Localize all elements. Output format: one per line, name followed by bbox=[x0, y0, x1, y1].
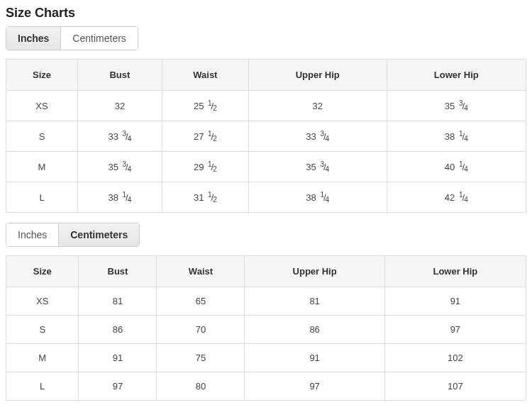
cell-waist: 29 1/2 bbox=[162, 152, 248, 182]
cell-lowerhip: 97 bbox=[384, 316, 526, 344]
cell-waist: 80 bbox=[157, 372, 245, 401]
cell-upperhip: 97 bbox=[245, 372, 384, 401]
cell-upperhip: 91 bbox=[245, 344, 384, 372]
cell-upperhip: 35 3/4 bbox=[248, 152, 387, 182]
cell-upperhip: 86 bbox=[245, 316, 384, 344]
cell-bust: 91 bbox=[79, 344, 157, 372]
table-row: M35 3/429 1/235 3/440 1/4 bbox=[6, 152, 526, 182]
table-row: M917591102 bbox=[6, 344, 526, 372]
cell-size: M bbox=[6, 152, 78, 182]
cell-lowerhip: 38 1/4 bbox=[387, 121, 526, 152]
cell-bust: 97 bbox=[79, 372, 157, 401]
cell-waist: 65 bbox=[157, 287, 245, 316]
tab-inches[interactable]: Inches bbox=[6, 27, 60, 50]
tab-centimeters[interactable]: Centimeters bbox=[58, 223, 139, 246]
cell-size: M bbox=[6, 344, 79, 372]
cell-lowerhip: 102 bbox=[384, 344, 526, 372]
cell-bust: 86 bbox=[79, 316, 157, 344]
col-lowerhip: Lower Hip bbox=[387, 60, 526, 91]
tab-inches[interactable]: Inches bbox=[6, 223, 58, 246]
col-bust: Bust bbox=[78, 60, 162, 91]
size-table-inches: Size Bust Waist Upper Hip Lower Hip XS32… bbox=[6, 59, 526, 213]
cell-bust: 38 1/4 bbox=[78, 182, 162, 213]
col-bust: Bust bbox=[79, 256, 157, 287]
cell-upperhip: 33 3/4 bbox=[248, 121, 387, 152]
cell-upperhip: 32 bbox=[248, 91, 387, 121]
unit-tabs-1: Inches Centimeters bbox=[6, 26, 138, 50]
cell-lowerhip: 107 bbox=[384, 372, 526, 401]
unit-tabs-2: Inches Centimeters bbox=[6, 223, 140, 247]
cell-lowerhip: 40 1/4 bbox=[387, 152, 526, 182]
cell-waist: 25 1/2 bbox=[162, 91, 248, 121]
tab-centimeters[interactable]: Centimeters bbox=[60, 27, 137, 50]
cell-lowerhip: 91 bbox=[384, 287, 526, 316]
cell-bust: 35 3/4 bbox=[78, 152, 162, 182]
cell-bust: 81 bbox=[79, 287, 157, 316]
col-upperhip: Upper Hip bbox=[248, 60, 387, 91]
col-waist: Waist bbox=[157, 256, 245, 287]
col-size: Size bbox=[6, 256, 79, 287]
table-row: L978097107 bbox=[6, 372, 526, 401]
cell-size: XS bbox=[6, 91, 78, 121]
cell-waist: 31 1/2 bbox=[162, 182, 248, 213]
cell-size: S bbox=[6, 121, 78, 152]
col-waist: Waist bbox=[162, 60, 248, 91]
table-header-row: Size Bust Waist Upper Hip Lower Hip bbox=[6, 256, 526, 287]
cell-size: L bbox=[6, 372, 79, 401]
col-size: Size bbox=[6, 60, 78, 91]
cell-lowerhip: 35 3/4 bbox=[387, 91, 526, 121]
cell-waist: 75 bbox=[157, 344, 245, 372]
cell-upperhip: 38 1/4 bbox=[248, 182, 387, 213]
cell-waist: 27 1/2 bbox=[162, 121, 248, 152]
table-row: S33 3/427 1/233 3/438 1/4 bbox=[6, 121, 526, 152]
cell-waist: 70 bbox=[157, 316, 245, 344]
size-table-cm: Size Bust Waist Upper Hip Lower Hip XS81… bbox=[6, 255, 526, 401]
table-header-row: Size Bust Waist Upper Hip Lower Hip bbox=[6, 60, 526, 91]
cell-upperhip: 81 bbox=[245, 287, 384, 316]
table-row: L38 1/431 1/238 1/442 1/4 bbox=[6, 182, 526, 213]
cell-bust: 32 bbox=[78, 91, 162, 121]
cell-size: L bbox=[6, 182, 78, 213]
page-title: Size Charts bbox=[6, 6, 526, 21]
table-row: XS81658191 bbox=[6, 287, 526, 316]
cell-size: S bbox=[6, 316, 79, 344]
cell-lowerhip: 42 1/4 bbox=[387, 182, 526, 213]
cell-bust: 33 3/4 bbox=[78, 121, 162, 152]
col-lowerhip: Lower Hip bbox=[384, 256, 526, 287]
cell-size: XS bbox=[6, 287, 79, 316]
table-row: S86708697 bbox=[6, 316, 526, 344]
table-row: XS3225 1/23235 3/4 bbox=[6, 91, 526, 121]
col-upperhip: Upper Hip bbox=[245, 256, 384, 287]
